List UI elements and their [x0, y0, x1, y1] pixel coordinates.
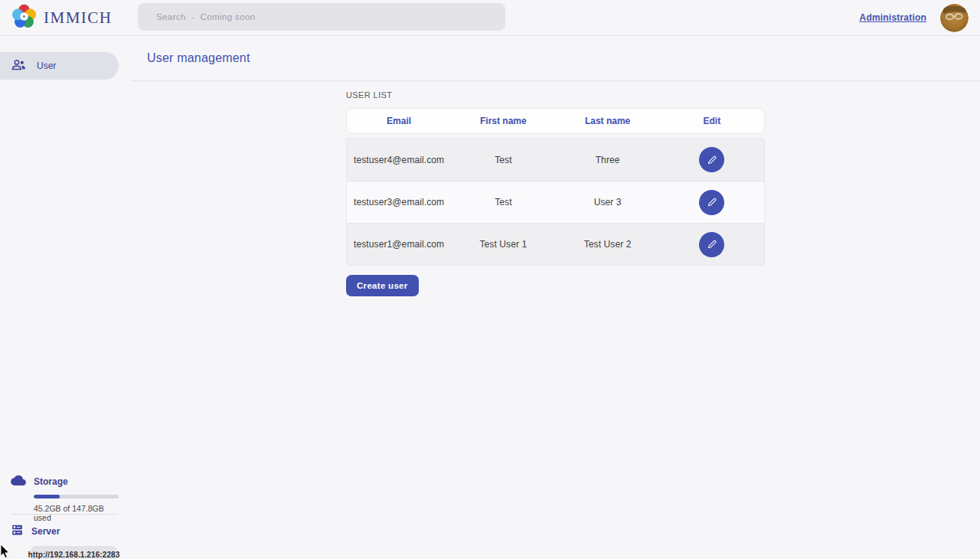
storage-usage-text: 45.2GB of 147.8GB used: [34, 504, 119, 522]
server-section: Server http://192.168.1.216:2283 Status …: [11, 524, 119, 559]
column-header-email: Email: [347, 116, 451, 126]
edit-user-button[interactable]: [699, 232, 724, 257]
user-table-body: testuser4@email.com Test Three testuser3…: [346, 138, 765, 266]
user-firstname-cell: Test User 1: [451, 239, 555, 250]
user-lastname-cell: User 3: [556, 197, 660, 208]
user-firstname-cell: Test: [451, 155, 555, 165]
edit-user-button[interactable]: [699, 190, 724, 215]
storage-title: Storage: [34, 476, 68, 487]
sidebar: User Storage 45.2GB of 147.8GB used Serv…: [0, 36, 130, 559]
cloud-icon: [11, 475, 26, 489]
storage-progress-fill: [34, 495, 60, 499]
user-list-heading: USER LIST: [346, 90, 765, 100]
table-row: testuser1@email.com Test User 1 Test Use…: [347, 223, 764, 265]
sidebar-item-label: User: [37, 60, 56, 71]
storage-section: Storage 45.2GB of 147.8GB used: [11, 475, 119, 522]
pencil-icon: [707, 155, 717, 165]
mouse-cursor: [0, 544, 10, 559]
user-lastname-cell: Three: [556, 155, 660, 165]
server-icon: [11, 524, 24, 539]
sidebar-divider: [12, 514, 118, 515]
storage-progress-bar: [34, 495, 119, 499]
user-email-cell: testuser4@email.com: [347, 155, 451, 165]
column-header-edit: Edit: [660, 116, 764, 126]
create-user-button[interactable]: Create user: [346, 275, 419, 296]
top-header: IMMICH Administration: [0, 0, 980, 36]
page-title-bar: User management: [131, 36, 980, 81]
administration-link[interactable]: Administration: [860, 12, 926, 23]
column-header-first-name: First name: [451, 116, 555, 126]
pencil-icon: [707, 197, 717, 208]
page-title: User management: [147, 51, 250, 65]
search-input[interactable]: [138, 3, 505, 31]
people-icon: [11, 59, 26, 74]
user-avatar[interactable]: [940, 4, 969, 32]
user-table-header: Email First name Last name Edit: [346, 108, 765, 134]
table-row: testuser4@email.com Test Three: [347, 139, 764, 181]
user-lastname-cell: Test User 2: [556, 239, 660, 250]
immich-flower-icon: [11, 4, 37, 32]
edit-user-button[interactable]: [699, 147, 724, 172]
user-email-cell: testuser3@email.com: [347, 197, 451, 208]
app-logo[interactable]: IMMICH: [0, 4, 126, 32]
server-title: Server: [31, 526, 60, 537]
main-panel: User management USER LIST Email First na…: [131, 36, 980, 559]
column-header-last-name: Last name: [556, 116, 660, 126]
user-firstname-cell: Test: [451, 197, 555, 208]
user-email-cell: testuser1@email.com: [347, 239, 451, 250]
user-list-section: USER LIST Email First name Last name Edi…: [346, 81, 765, 296]
app-title: IMMICH: [44, 8, 113, 28]
table-row: testuser3@email.com Test User 3: [347, 181, 764, 223]
pencil-icon: [707, 239, 717, 250]
server-url-badge: http://192.168.1.216:2283: [31, 546, 117, 559]
sidebar-item-user[interactable]: User: [0, 52, 119, 80]
